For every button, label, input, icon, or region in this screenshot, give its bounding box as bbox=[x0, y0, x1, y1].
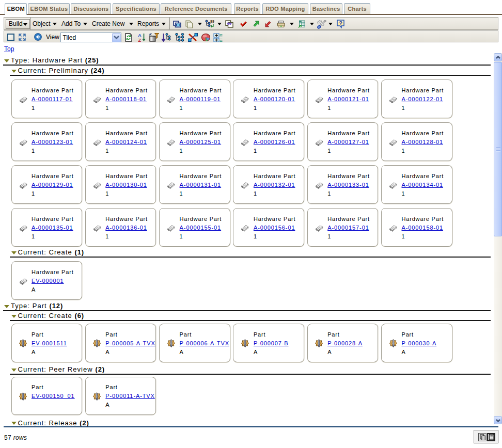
svg-text:99: 99 bbox=[210, 20, 214, 23]
svg-text:?: ? bbox=[339, 20, 342, 26]
svg-text:Z: Z bbox=[138, 37, 141, 42]
